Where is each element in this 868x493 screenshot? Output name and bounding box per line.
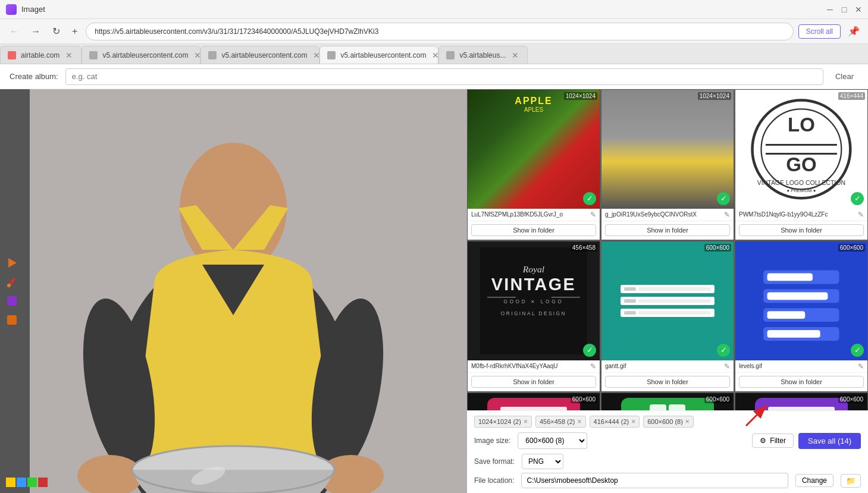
edit-icon[interactable]: ✎ xyxy=(724,362,730,370)
clear-button[interactable]: Clear xyxy=(831,70,858,83)
main-content: 1024×1024 APPLE APLES ✓ LuL7NfSZPMLp13Bf… xyxy=(0,89,868,493)
svg-rect-38 xyxy=(767,312,806,319)
show-in-folder-button[interactable]: Show in folder xyxy=(605,376,730,388)
svg-text:LO: LO xyxy=(788,114,815,136)
bottom-bar: 1024×1024 (2) × 456×458 (2) × 416×444 (2… xyxy=(467,410,868,493)
color-tool-purple[interactable] xyxy=(5,294,19,308)
tab-close-button[interactable]: ✕ xyxy=(64,51,74,60)
edit-icon[interactable]: ✎ xyxy=(590,211,596,219)
svg-text:GO: GO xyxy=(786,153,816,175)
maximize-button[interactable]: □ xyxy=(841,6,848,13)
folder-icon-button[interactable]: 📁 xyxy=(841,474,861,488)
show-in-folder-button[interactable]: Show in folder xyxy=(739,224,864,236)
file-location-row: File location: Change 📁 xyxy=(474,473,861,488)
grid-cell-vintage[interactable]: 456×458 Royal VINTAGE GOOD ✕ LOGO ORIGIN… xyxy=(467,241,600,392)
svg-text:VINTAGE LOGO COLLECTION: VINTAGE LOGO COLLECTION xyxy=(757,180,845,186)
album-bar: Create album: Clear xyxy=(0,64,868,89)
browser-bar: ← → ↻ + Scroll all 📌 xyxy=(0,19,868,44)
edit-icon[interactable]: ✎ xyxy=(858,211,864,219)
brush-tool[interactable] xyxy=(5,275,19,289)
show-in-folder-button[interactable]: Show in folder xyxy=(471,376,596,388)
color-red[interactable] xyxy=(38,478,48,487)
edit-icon[interactable]: ✎ xyxy=(590,362,596,370)
cell-dimensions: 600×600 xyxy=(838,244,865,252)
tab-4-active[interactable]: v5.airtableusercontent.com ✕ xyxy=(319,46,438,64)
grid-cell-gantt[interactable]: 600×600 xyxy=(601,241,734,392)
back-button[interactable]: ← xyxy=(6,24,23,39)
filter-label: Filter xyxy=(770,437,786,445)
preview-panel xyxy=(0,89,467,493)
grid-cell-logo[interactable]: 416×444 LO GO VINTAGE LOGO COLLECTION ● … xyxy=(735,89,868,240)
color-green[interactable] xyxy=(27,478,37,487)
minimize-button[interactable]: ─ xyxy=(826,6,833,13)
svg-text:● PREMIUM ●: ● PREMIUM ● xyxy=(787,188,816,193)
filter-tag-456[interactable]: 456×458 (2) × xyxy=(535,416,586,428)
play-tool[interactable] xyxy=(5,256,19,270)
tab-airtable[interactable]: airtable.com ✕ xyxy=(0,46,82,64)
show-in-folder-button[interactable]: Show in folder xyxy=(605,224,730,236)
tab-close-button[interactable]: ✕ xyxy=(431,51,440,60)
color-tool-orange[interactable] xyxy=(5,313,19,327)
filter-tags-row: 1024×1024 (2) × 456×458 (2) × 416×444 (2… xyxy=(474,416,861,428)
color-yellow[interactable] xyxy=(6,478,15,487)
cell-dimensions: 600×600 xyxy=(571,395,597,403)
tab-close-button[interactable]: ✕ xyxy=(510,51,520,60)
cell-check: ✓ xyxy=(583,344,596,357)
save-format-select[interactable]: PNG JPEG WEBP xyxy=(522,454,563,469)
grid-cell-green-app[interactable]: 600×600 xyxy=(601,392,734,410)
filter-tag-label: 600×600 (8) xyxy=(647,418,683,425)
cell-check: ✓ xyxy=(851,344,864,357)
svg-text:VINTAGE: VINTAGE xyxy=(491,275,576,294)
cell-check: ✓ xyxy=(583,192,596,205)
grid-cell-levels[interactable]: 600×600 ✓ xyxy=(735,241,868,392)
filter-tag-close[interactable]: × xyxy=(631,417,635,426)
filter-tag-1024[interactable]: 1024×1024 (2) × xyxy=(474,416,532,428)
cell-dimensions: 416×444 xyxy=(838,92,865,100)
edit-icon[interactable]: ✎ xyxy=(724,211,730,219)
show-in-folder-button[interactable]: Show in folder xyxy=(471,224,596,236)
tab-label: v5.airtableusercontent.com xyxy=(340,51,426,59)
album-input[interactable] xyxy=(65,68,823,85)
grid-cell-purple-app[interactable]: 600×600 xyxy=(735,392,868,410)
filter-tag-416[interactable]: 416×444 (2) × xyxy=(590,416,640,428)
tab-label: v5.airtableusercontent.com xyxy=(102,51,188,59)
svg-point-14 xyxy=(7,284,11,287)
cell-dimensions: 600×600 xyxy=(838,395,865,403)
svg-rect-15 xyxy=(7,296,17,306)
tab-5[interactable]: v5.airtableus... ✕ xyxy=(438,46,528,64)
scroll-all-button[interactable]: Scroll all xyxy=(798,24,841,39)
new-tab-button[interactable]: + xyxy=(68,24,81,39)
image-size-select[interactable]: 600×600 (8) 1024×1024 (2) 456×458 (2) 41… xyxy=(518,432,587,449)
svg-marker-13 xyxy=(8,258,17,268)
save-format-label: Save format: xyxy=(474,457,515,466)
color-blue[interactable] xyxy=(17,478,26,487)
tabs-bar: airtable.com ✕ v5.airtableusercontent.co… xyxy=(0,44,868,64)
filter-tag-close[interactable]: × xyxy=(524,417,528,426)
cell-dimensions: 1024×1024 xyxy=(698,92,731,100)
filter-tag-label: 456×458 (2) xyxy=(540,418,575,425)
forward-button[interactable]: → xyxy=(27,24,44,39)
filter-tag-close[interactable]: × xyxy=(578,417,582,426)
save-all-button[interactable]: Save all (14) xyxy=(798,433,861,449)
change-button[interactable]: Change xyxy=(795,474,833,487)
filter-tag-close[interactable]: × xyxy=(685,417,690,426)
file-location-input[interactable] xyxy=(521,473,788,488)
edit-icon[interactable]: ✎ xyxy=(858,362,864,370)
grid-cell-apron[interactable]: 1024×1024 ✓ g_jpOiR19UxSe9ybcQCINVORstX … xyxy=(601,89,734,240)
grid-cell-pink-app[interactable]: 600×600 xyxy=(467,392,600,410)
controls-row: Image size: 600×600 (8) 1024×1024 (2) 45… xyxy=(474,432,861,449)
grid-cell-apple[interactable]: 1024×1024 APPLE APLES ✓ LuL7NfSZPMLp13Bf… xyxy=(467,89,600,240)
filter-icon: ⚙ xyxy=(760,437,766,445)
tab-2[interactable]: v5.airtableusercontent.com ✕ xyxy=(82,46,200,64)
filter-button[interactable]: ⚙ Filter xyxy=(752,434,794,448)
filter-tag-600[interactable]: 600×600 (8) × xyxy=(643,416,694,428)
app-icon xyxy=(6,4,17,15)
tab-3[interactable]: v5.airtableusercontent.com ✕ xyxy=(200,46,319,64)
url-bar[interactable] xyxy=(86,23,793,40)
pin-icon[interactable]: 📌 xyxy=(845,23,862,39)
refresh-button[interactable]: ↻ xyxy=(49,23,64,39)
preview-image xyxy=(0,89,467,493)
close-button[interactable]: ✕ xyxy=(855,6,862,13)
show-in-folder-button[interactable]: Show in folder xyxy=(739,376,864,388)
file-location-label: File location: xyxy=(474,476,514,485)
